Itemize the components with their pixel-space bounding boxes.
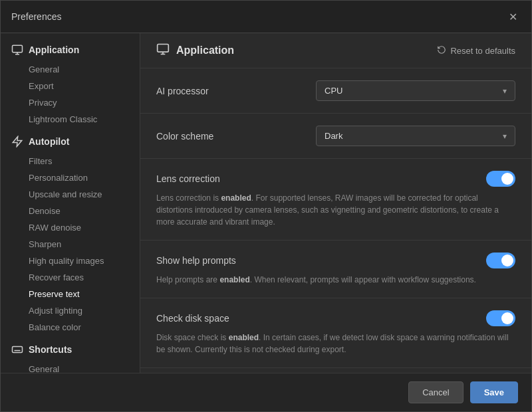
toggle-thumb <box>501 173 513 185</box>
lens-correction-label: Lens correction <box>156 173 220 184</box>
main-title-container: Application <box>156 43 234 58</box>
toggle-track-3 <box>486 310 515 326</box>
setting-check-disk-space: Check disk space Disk space check is ena… <box>140 298 531 368</box>
sidebar-item-lightroom-classic[interactable]: Lightroom Classic <box>1 111 140 128</box>
setting-show-help-prompts-inline: Show help prompts <box>156 253 515 268</box>
main-title-icon <box>156 43 170 58</box>
cancel-button[interactable]: Cancel <box>408 381 463 403</box>
toggle-track-2 <box>486 253 515 268</box>
check-disk-space-label: Check disk space <box>156 313 229 324</box>
close-button[interactable]: ✕ <box>505 9 521 25</box>
sidebar-item-recover-faces[interactable]: Recover faces <box>1 269 140 286</box>
lens-correction-description: Lens correction is enabled. For supporte… <box>156 192 515 228</box>
lens-correction-toggle[interactable] <box>486 171 515 187</box>
sidebar-item-preserve-text[interactable]: Preserve text <box>1 286 140 302</box>
sidebar-item-upscale-resize[interactable]: Upscale and resize <box>1 186 140 203</box>
setting-ai-processor-inline: AI processor CPU ▾ <box>156 80 515 101</box>
monitor-icon <box>11 44 23 56</box>
close-icon: ✕ <box>509 11 517 23</box>
dialog-footer: Cancel Save <box>1 373 531 411</box>
main-header: Application Reset to defaults <box>140 33 531 68</box>
sidebar-item-denoise[interactable]: Denoise <box>1 203 140 219</box>
sidebar-heading-application-label: Application <box>29 45 79 55</box>
setting-ai-processor: AI processor CPU ▾ <box>140 68 531 114</box>
reset-icon <box>437 45 446 56</box>
setting-show-help-prompts: Show help prompts Help prompts are enabl… <box>140 241 531 298</box>
sidebar-item-filters[interactable]: Filters <box>1 153 140 169</box>
preferences-dialog: Preferences ✕ Application <box>0 0 532 412</box>
main-page-title: Application <box>176 45 234 56</box>
show-help-prompts-label: Show help prompts <box>156 255 236 266</box>
sidebar-heading-shortcuts-label: Shortcuts <box>29 344 72 355</box>
sidebar-heading-autopilot[interactable]: Autopilot <box>1 130 140 153</box>
setting-color-scheme: Color scheme Dark ▾ <box>140 114 531 159</box>
setting-check-disk-space-inline: Check disk space <box>156 310 515 326</box>
main-content: Application Reset to defaults <box>140 33 531 373</box>
toggle-thumb-2 <box>501 255 513 266</box>
setting-lens-correction-inline: Lens correction <box>156 171 515 187</box>
ai-processor-dropdown[interactable]: CPU ▾ <box>316 80 515 101</box>
ai-processor-label: AI processor <box>156 86 209 96</box>
svg-marker-3 <box>13 137 22 147</box>
settings-scroll: AI processor CPU ▾ Color scheme Dark ▾ <box>140 68 531 373</box>
sidebar-heading-shortcuts[interactable]: Shortcuts <box>1 338 140 361</box>
sidebar-item-adjust-lighting[interactable]: Adjust lighting <box>1 302 140 319</box>
sidebar-item-sharpen[interactable]: Sharpen <box>1 236 140 253</box>
svg-rect-10 <box>158 45 169 52</box>
sidebar-item-raw-denoise[interactable]: RAW denoise <box>1 219 140 236</box>
sidebar-item-general-shortcuts[interactable]: General <box>1 361 140 373</box>
svg-rect-4 <box>13 347 23 353</box>
check-disk-space-description: Disk space check is enabled. In certain … <box>156 332 515 356</box>
chevron-down-icon: ▾ <box>503 86 507 96</box>
sidebar-section-autopilot: Autopilot Filters Personalization Upscal… <box>1 130 140 336</box>
reset-defaults-label: Reset to defaults <box>450 46 515 56</box>
bolt-icon <box>11 136 23 148</box>
sidebar-heading-application[interactable]: Application <box>1 39 140 61</box>
sidebar-item-privacy[interactable]: Privacy <box>1 94 140 111</box>
keyboard-icon <box>11 344 23 356</box>
sidebar-item-general-app[interactable]: General <box>1 61 140 78</box>
chevron-down-icon-2: ▾ <box>503 132 507 141</box>
setting-lens-correction: Lens correction Lens correction is enabl… <box>140 159 531 241</box>
sidebar: Application General Export Privacy Light… <box>1 33 140 373</box>
show-help-prompts-toggle[interactable] <box>486 253 515 268</box>
dialog-body: Application General Export Privacy Light… <box>1 33 531 373</box>
dialog-title: Preferences <box>11 11 61 22</box>
sidebar-heading-autopilot-label: Autopilot <box>29 136 69 147</box>
color-scheme-label: Color scheme <box>156 131 213 142</box>
sidebar-item-high-quality-images[interactable]: High quality images <box>1 253 140 269</box>
sidebar-item-personalization[interactable]: Personalization <box>1 169 140 186</box>
save-button[interactable]: Save <box>470 381 518 403</box>
sidebar-section-shortcuts: Shortcuts General File View Select image… <box>1 338 140 373</box>
sidebar-item-export[interactable]: Export <box>1 78 140 94</box>
reset-defaults-button[interactable]: Reset to defaults <box>437 45 515 56</box>
sidebar-item-balance-color[interactable]: Balance color <box>1 319 140 336</box>
check-disk-space-toggle[interactable] <box>486 310 515 326</box>
setting-color-scheme-inline: Color scheme Dark ▾ <box>156 126 515 146</box>
toggle-thumb-3 <box>501 312 513 324</box>
toggle-track <box>486 171 515 187</box>
svg-rect-0 <box>13 45 23 52</box>
ai-processor-value: CPU <box>325 86 342 96</box>
show-help-prompts-description: Help prompts are enabled. When relevant,… <box>156 274 515 286</box>
dialog-header: Preferences ✕ <box>1 1 531 33</box>
sidebar-section-application: Application General Export Privacy Light… <box>1 39 140 128</box>
color-scheme-value: Dark <box>325 131 342 141</box>
color-scheme-dropdown[interactable]: Dark ▾ <box>316 126 515 146</box>
